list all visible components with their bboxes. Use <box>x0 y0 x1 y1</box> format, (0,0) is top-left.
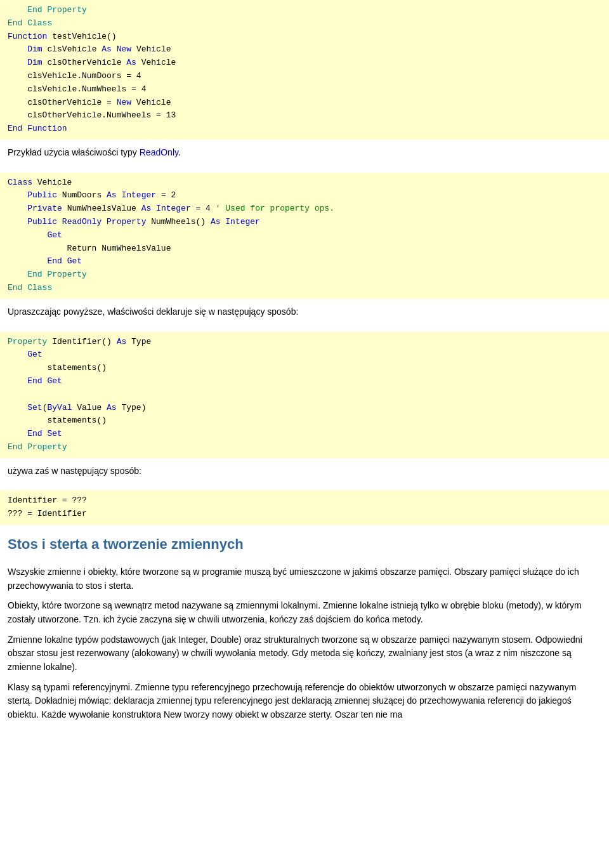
code-line: Dim <box>27 44 47 54</box>
code-line: End Class <box>8 18 52 28</box>
code-line: As New <box>102 44 136 54</box>
code-line: Public <box>27 190 62 200</box>
page-content: End Property End Class Function testVehi… <box>0 0 609 735</box>
code-block-3: Property Identifier() As Type Get statem… <box>0 332 609 458</box>
code-line: Vehicle <box>141 58 176 67</box>
code-line: Private <box>27 204 67 213</box>
code-block-4: Identifier = ??? ??? = Identifier <box>0 490 609 525</box>
code-line: End Get <box>47 256 82 266</box>
code-line: New <box>117 98 136 107</box>
code-line: End Property <box>27 270 87 279</box>
prose-block-2: Upraszczając powyższe, właściwości dekla… <box>0 299 609 332</box>
code-line: Get <box>27 350 42 359</box>
code-line: Property <box>8 337 52 346</box>
code-line: End Function <box>8 124 67 133</box>
code-comment: ' Used for property ops. <box>216 204 334 213</box>
code-block-2: Class Vehicle Public NumDoors As Integer… <box>0 173 609 299</box>
prose-block-3: używa zaś w następujący sposób: <box>0 458 609 491</box>
prose-text-1: Przykład użycia właściwości typy ReadOnl… <box>8 146 601 160</box>
code-line: clsOtherVehicle <box>47 58 126 67</box>
code-line: Dim <box>27 58 47 67</box>
prose-inline-keyword: ReadOnly <box>140 147 178 157</box>
prose-block-1: Przykład użycia właściwości typy ReadOnl… <box>0 140 609 173</box>
paragraph-2: Obiekty, które tworzone są wewnątrz meto… <box>8 599 601 626</box>
code-line: As <box>117 337 131 346</box>
code-line: Class <box>8 178 37 187</box>
paragraph-1: Wszyskie zmienne i obiekty, które tworzo… <box>8 565 601 593</box>
code-line: End Property <box>8 5 87 15</box>
code-line: Function <box>8 32 52 41</box>
code-line: End Set <box>27 429 62 438</box>
paragraph-3: Zmienne lokalne typów podstawowych (jak … <box>8 633 601 674</box>
prose-text-3a: używa zaś w następujący sposób: <box>8 464 601 478</box>
code-line: ByVal <box>47 403 77 412</box>
code-line: As <box>126 58 141 67</box>
section-heading: Stos i sterta a tworzenie zmiennych <box>0 525 609 559</box>
code-line: Set <box>27 403 42 412</box>
code-line: As <box>107 403 121 412</box>
code-block-1: End Property End Class Function testVehi… <box>0 0 609 140</box>
code-line: Vehicle <box>136 44 171 54</box>
prose-paragraphs: Wszyskie zmienne i obiekty, które tworzo… <box>0 559 609 735</box>
code-line: As Integer <box>211 217 260 227</box>
code-line: End Get <box>27 376 62 386</box>
prose-text-2: Upraszczając powyższe, właściwości dekla… <box>8 305 601 319</box>
code-line: End Class <box>8 283 52 293</box>
code-line: Get <box>47 230 62 240</box>
code-line: Public ReadOnly Property <box>27 217 151 227</box>
code-line: As Integer <box>141 204 196 213</box>
code-line: As Integer <box>107 190 161 200</box>
paragraph-4: Klasy są typami referencyjnymi. Zmienne … <box>8 681 601 722</box>
code-line: End Property <box>8 442 67 452</box>
code-line: clsVehicle <box>47 44 102 54</box>
code-line: testVehicle() <box>52 32 116 41</box>
